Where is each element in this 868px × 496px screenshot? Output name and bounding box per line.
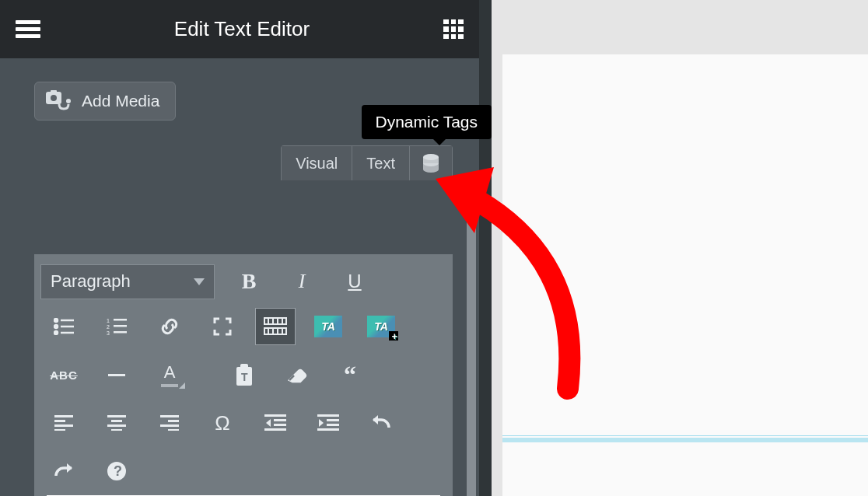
svg-rect-32 bbox=[54, 424, 73, 427]
svg-rect-14 bbox=[114, 319, 127, 321]
indent-button[interactable] bbox=[308, 404, 348, 442]
indent-icon bbox=[317, 414, 339, 431]
toolbar-toggle-button[interactable] bbox=[255, 308, 296, 345]
panel-scrollbar[interactable] bbox=[467, 190, 476, 496]
bullet-list-icon bbox=[54, 318, 74, 335]
dynamic-tags-tooltip: Dynamic Tags bbox=[362, 105, 492, 139]
toolbar-row-3: ABC A T “ bbox=[40, 351, 446, 399]
tab-text[interactable]: Text bbox=[352, 146, 410, 180]
help-icon: ? bbox=[107, 461, 127, 481]
svg-rect-2 bbox=[51, 90, 57, 93]
hr-icon bbox=[108, 374, 125, 376]
text-color-button[interactable]: A bbox=[149, 356, 190, 393]
numbered-list-button[interactable]: 123 bbox=[96, 308, 137, 345]
svg-rect-49 bbox=[317, 428, 339, 431]
format-selected: Paragraph bbox=[51, 271, 131, 292]
italic-button[interactable]: I bbox=[282, 263, 322, 300]
canvas-content[interactable] bbox=[502, 54, 868, 496]
svg-text:?: ? bbox=[114, 463, 122, 479]
blockquote-button[interactable]: “ bbox=[330, 356, 370, 393]
align-left-icon bbox=[54, 415, 73, 431]
tinymce-toolbar: Paragraph B I U 123 bbox=[34, 254, 453, 496]
svg-text:3: 3 bbox=[107, 330, 110, 335]
format-select[interactable]: Paragraph bbox=[40, 264, 215, 299]
svg-rect-34 bbox=[107, 415, 126, 417]
add-template-button[interactable]: TA bbox=[361, 308, 401, 345]
special-char-button[interactable]: Ω bbox=[202, 404, 243, 442]
undo-button[interactable] bbox=[361, 404, 401, 442]
panel-title: Edit Text Editor bbox=[40, 17, 443, 41]
bold-button[interactable]: B bbox=[229, 263, 269, 300]
section-highlight bbox=[502, 438, 868, 442]
kitchen-sink-icon bbox=[264, 317, 287, 336]
clear-formatting-button[interactable] bbox=[277, 356, 317, 393]
outdent-button[interactable] bbox=[255, 404, 296, 442]
align-right-icon bbox=[160, 415, 179, 431]
align-right-button[interactable] bbox=[149, 404, 190, 442]
svg-point-5 bbox=[54, 319, 58, 322]
paste-text-button[interactable]: T bbox=[224, 356, 264, 393]
svg-rect-46 bbox=[317, 414, 339, 417]
fullscreen-icon bbox=[213, 317, 232, 336]
align-center-button[interactable] bbox=[96, 404, 137, 442]
svg-rect-33 bbox=[54, 429, 65, 431]
eraser-icon bbox=[286, 366, 308, 383]
fullscreen-button[interactable] bbox=[202, 308, 243, 345]
panel-header: Edit Text Editor bbox=[0, 0, 479, 58]
link-button[interactable] bbox=[149, 308, 190, 345]
align-left-button[interactable] bbox=[44, 404, 84, 442]
bullet-list-button[interactable] bbox=[44, 308, 84, 345]
svg-point-3 bbox=[66, 99, 71, 103]
numbered-list-icon: 123 bbox=[107, 318, 127, 335]
add-media-button[interactable]: Add Media bbox=[34, 82, 176, 121]
svg-rect-47 bbox=[327, 419, 339, 421]
apps-icon[interactable] bbox=[443, 19, 464, 40]
svg-rect-43 bbox=[274, 419, 286, 421]
undo-icon bbox=[370, 415, 392, 431]
svg-point-1 bbox=[51, 95, 57, 101]
align-center-icon bbox=[107, 415, 126, 431]
database-icon bbox=[422, 154, 439, 173]
media-icon bbox=[46, 90, 72, 112]
svg-rect-30 bbox=[54, 415, 73, 417]
chevron-down-icon bbox=[194, 278, 205, 285]
svg-text:T: T bbox=[241, 371, 248, 383]
toolbar-row-4: Ω bbox=[40, 399, 446, 447]
toolbar-row-5: ? bbox=[40, 447, 446, 495]
underline-button[interactable]: U bbox=[334, 263, 375, 300]
ta-plus-icon: TA bbox=[367, 316, 395, 337]
svg-text:1: 1 bbox=[107, 318, 110, 323]
section-divider bbox=[502, 435, 868, 436]
svg-rect-48 bbox=[327, 424, 339, 426]
svg-rect-39 bbox=[168, 420, 179, 422]
color-picker-spacer bbox=[202, 356, 218, 393]
svg-rect-41 bbox=[168, 429, 179, 431]
add-media-label: Add Media bbox=[82, 92, 159, 110]
strikethrough-button[interactable]: ABC bbox=[44, 356, 84, 393]
editor-tabs: Visual Text bbox=[281, 145, 453, 180]
svg-rect-37 bbox=[111, 429, 122, 431]
svg-text:2: 2 bbox=[107, 324, 110, 330]
svg-rect-15 bbox=[114, 325, 127, 327]
svg-rect-42 bbox=[264, 414, 286, 417]
svg-rect-36 bbox=[107, 424, 126, 427]
redo-button[interactable] bbox=[44, 452, 84, 490]
quote-icon: “ bbox=[344, 361, 356, 389]
svg-rect-31 bbox=[54, 420, 65, 422]
panel-content: Dynamic Tags Add Media Visual Text Parag… bbox=[0, 58, 479, 496]
omega-icon: Ω bbox=[215, 411, 229, 435]
svg-point-7 bbox=[54, 325, 58, 328]
tab-visual[interactable]: Visual bbox=[282, 146, 352, 180]
svg-rect-44 bbox=[274, 424, 286, 426]
svg-rect-28 bbox=[240, 364, 248, 369]
tab-dynamic-tags[interactable] bbox=[410, 146, 452, 180]
preview-canvas bbox=[479, 0, 868, 496]
horizontal-rule-button[interactable] bbox=[96, 356, 137, 393]
clipboard-icon: T bbox=[235, 364, 254, 386]
menu-icon[interactable] bbox=[16, 17, 40, 41]
insert-template-button[interactable]: TA bbox=[308, 308, 348, 345]
help-button[interactable]: ? bbox=[96, 452, 137, 490]
toolbar-row-1: Paragraph B I U bbox=[40, 254, 446, 302]
editor-panel: Edit Text Editor Dynamic Tags Add Media … bbox=[0, 0, 479, 496]
svg-rect-38 bbox=[160, 415, 179, 417]
